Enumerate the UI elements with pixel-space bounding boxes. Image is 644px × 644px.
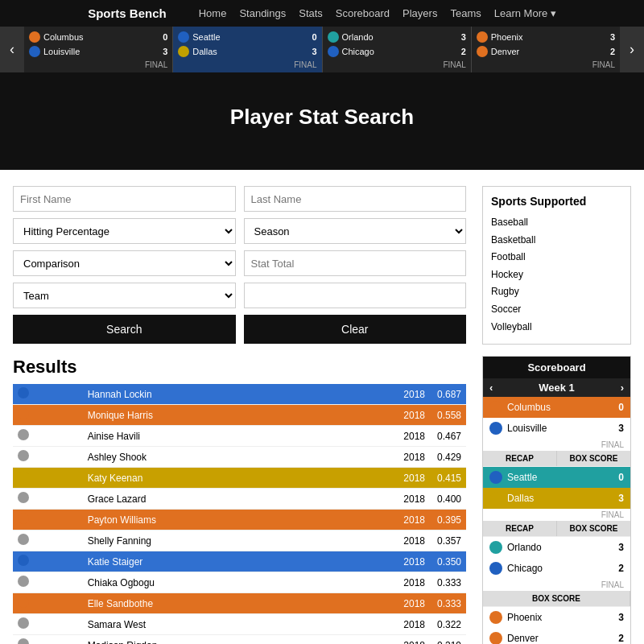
team-score: 3: [618, 542, 624, 553]
form-row-1: [13, 186, 466, 212]
ticker-game-4: Phoenix3 Denver2 FINAL: [472, 27, 620, 72]
box-score-button[interactable]: BOX SCORE: [483, 591, 630, 606]
season-select[interactable]: Season: [244, 218, 467, 244]
recap-button[interactable]: RECAP: [483, 451, 557, 466]
nav-players[interactable]: Players: [402, 7, 437, 19]
last-name-input[interactable]: [244, 186, 467, 212]
team-icon: [18, 450, 29, 461]
team-name: Columbus: [507, 402, 613, 413]
scoreboard-team-row: Seattle0: [483, 467, 630, 488]
nav-learn-more[interactable]: Learn More ▾: [494, 7, 556, 19]
player-name: Hannah Lockin: [83, 384, 398, 405]
team-icon: [18, 597, 29, 608]
player-stat: 0.350: [430, 551, 466, 572]
team-icon: [489, 422, 502, 435]
player-stat: 0.333: [430, 572, 466, 593]
team-icon: [18, 534, 29, 545]
player-year: 2018: [398, 530, 430, 551]
player-name: Madison Rigdon: [83, 635, 398, 645]
team-name: Louisville: [507, 423, 613, 434]
box-score-button[interactable]: BOX SCORE: [557, 521, 630, 536]
player-year: 2018: [398, 447, 430, 468]
main-content: Hitting Percentage Season Comparison Tea…: [0, 170, 644, 644]
nav-links: Home Standings Stats Scoreboard Players …: [199, 7, 556, 19]
player-year: 2018: [398, 593, 430, 614]
player-year: 2018: [398, 614, 430, 635]
team-dot: [477, 31, 488, 43]
table-row: Madison Rigdon20180.319: [13, 635, 466, 645]
stat-total-input[interactable]: [244, 250, 467, 276]
form-row-2: Hitting Percentage Season: [13, 218, 466, 244]
hero-section: Player Stat Search: [0, 72, 644, 170]
team-icon: [489, 541, 502, 554]
first-name-input[interactable]: [13, 186, 236, 212]
team-name: Chicago: [507, 563, 613, 574]
team-icon: [18, 387, 29, 398]
player-name: Katie Staiger: [83, 551, 398, 572]
player-year: 2018: [398, 510, 430, 530]
player-stat: 0.395: [430, 510, 466, 530]
results-table: Hannah Lockin20180.687Monique Harris2018…: [13, 384, 466, 644]
team-dot: [178, 46, 189, 57]
player-name: Monique Harris: [83, 405, 398, 426]
sport-item: Basketball: [491, 232, 622, 250]
player-stat: 0.429: [430, 447, 466, 468]
nav-home[interactable]: Home: [199, 7, 227, 19]
team-icon: [489, 611, 502, 624]
table-row: Shelly Fanning20180.357: [13, 530, 466, 551]
recap-button[interactable]: RECAP: [483, 521, 557, 536]
table-row: Samara West20180.322: [13, 614, 466, 635]
sport-item: Football: [491, 249, 622, 266]
game-status: FINAL: [483, 439, 630, 451]
nav-teams[interactable]: Teams: [450, 7, 481, 19]
team-score: 0: [618, 402, 624, 413]
ticker-next[interactable]: ›: [620, 27, 644, 72]
player-stat: 0.558: [430, 405, 466, 426]
clear-button[interactable]: Clear: [244, 315, 467, 344]
team-dot: [328, 31, 339, 43]
game-actions: BOX SCORE: [483, 591, 630, 606]
team-icon: [18, 471, 29, 482]
table-row: Ashley Shook20180.429: [13, 447, 466, 468]
team-score: 0: [618, 472, 624, 483]
team-icon: [18, 513, 29, 524]
scoreboard-team-row: Columbus0: [483, 397, 630, 418]
search-button[interactable]: Search: [13, 315, 236, 344]
player-stat: 0.415: [430, 468, 466, 489]
player-name: Ainise Havili: [83, 426, 398, 447]
scoreboard-games: Columbus0Louisville3FINALRECAPBOX SCORES…: [483, 397, 630, 644]
team-score: 3: [618, 493, 624, 504]
team-icon: [489, 401, 502, 414]
nav-standings[interactable]: Standings: [239, 7, 286, 19]
scoreboard-team-row: Orlando3: [483, 537, 630, 558]
nav-stats[interactable]: Stats: [299, 7, 323, 19]
nav-scoreboard[interactable]: Scoreboard: [336, 7, 390, 19]
scoreboard-team-row: Chicago2: [483, 558, 630, 579]
table-row: Payton Williams20180.395: [13, 510, 466, 530]
week-prev[interactable]: ‹: [489, 382, 493, 394]
team-name: Seattle: [507, 472, 613, 483]
stat-select[interactable]: Hitting Percentage: [13, 218, 236, 244]
player-stat: 0.687: [430, 384, 466, 405]
player-year: 2018: [398, 489, 430, 510]
player-year: 2018: [398, 635, 430, 645]
table-row: Katy Keenan20180.415: [13, 468, 466, 489]
player-name: Ashley Shook: [83, 447, 398, 468]
team-select[interactable]: Team: [13, 283, 236, 308]
table-row: Hannah Lockin20180.687: [13, 384, 466, 405]
sports-supported-title: Sports Supported: [491, 195, 622, 208]
comparison-select[interactable]: Comparison: [13, 250, 236, 276]
box-score-button[interactable]: BOX SCORE: [557, 451, 630, 466]
page-title: Player Stat Search: [16, 105, 628, 130]
player-name: Katy Keenan: [83, 468, 398, 489]
player-name: Payton Williams: [83, 510, 398, 530]
team-icon: [489, 562, 502, 575]
week-next[interactable]: ›: [621, 382, 624, 394]
results-title: Results: [13, 357, 466, 378]
year-input[interactable]: 2018: [244, 283, 467, 308]
team-name: Dallas: [507, 493, 613, 504]
player-name: Elle Sandbothe: [83, 593, 398, 614]
ticker-games: Columbus0 Louisville3 FINAL Seattle0 Dal…: [24, 27, 620, 72]
team-icon: [18, 638, 29, 644]
ticker-prev[interactable]: ‹: [0, 27, 24, 72]
